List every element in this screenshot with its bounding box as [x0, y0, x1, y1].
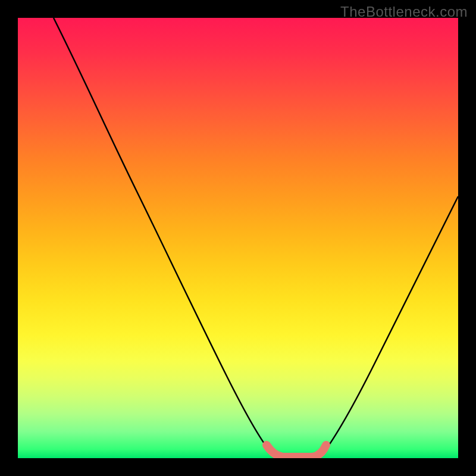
chart-frame: TheBottleneck.com [0, 0, 476, 476]
curve-left [54, 18, 274, 456]
plot-area [18, 18, 458, 458]
valley-floor [267, 445, 326, 457]
curve-layer [18, 18, 458, 458]
curve-right [321, 196, 458, 456]
watermark-label: TheBottleneck.com [340, 4, 468, 20]
